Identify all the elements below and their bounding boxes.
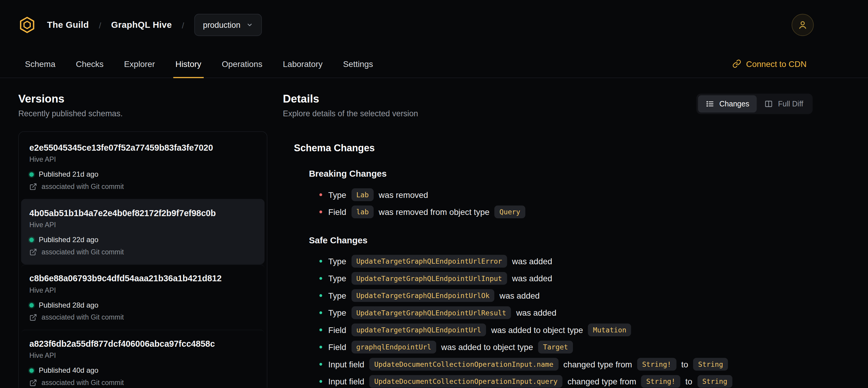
published-dot-icon bbox=[29, 368, 34, 373]
tab-checks[interactable]: Checks bbox=[74, 50, 106, 78]
user-avatar-button[interactable] bbox=[792, 14, 814, 36]
tab-history[interactable]: History bbox=[173, 50, 204, 78]
change-text: Type bbox=[328, 274, 346, 283]
git-commit-link-icon bbox=[29, 183, 37, 191]
change-text: was added bbox=[499, 291, 539, 300]
version-card[interactable]: 4b05ab51b1b4a7e2e4b0ef82172f2b9f7ef98c0b… bbox=[21, 199, 265, 264]
change-text: Field bbox=[328, 325, 346, 335]
change-text: Input field bbox=[328, 360, 364, 369]
list-icon bbox=[706, 100, 714, 108]
version-hash: 4b05ab51b1b4a7e2e4b0ef82172f2b9f7ef98c0b bbox=[29, 208, 256, 218]
details-title: Details bbox=[283, 93, 418, 106]
version-published: Published 22d ago bbox=[39, 236, 99, 244]
version-card[interactable]: a823f6db2a55df877dcf406006abca97fcc4858c… bbox=[21, 330, 265, 388]
change-text: was added bbox=[516, 308, 556, 318]
change-text: was added bbox=[512, 274, 552, 283]
change-item: TypeUpdateTargetGraphQLEndpointUrlInputw… bbox=[319, 270, 812, 287]
change-text: to bbox=[685, 377, 692, 386]
bullet-icon bbox=[319, 380, 322, 383]
change-text: changed type from bbox=[567, 377, 636, 386]
breadcrumb-org[interactable]: The Guild bbox=[47, 20, 89, 30]
change-code-chip: String! bbox=[641, 375, 680, 388]
version-card[interactable]: e2e55045345ce13fe07f52a77459b83fa3fe7020… bbox=[21, 134, 265, 199]
main-content: Versions Recently published schemas. e2e… bbox=[0, 78, 868, 388]
change-group: Breaking ChangesTypeLabwas removedFieldl… bbox=[294, 169, 813, 220]
nav-tabs: SchemaChecksExplorerHistoryOperationsLab… bbox=[23, 50, 391, 78]
version-git-commit: associated with Git commit bbox=[41, 248, 124, 256]
version-hash: a823f6db2a55df877dcf406006abca97fcc4858c bbox=[29, 339, 256, 349]
change-code-chip: updateTargetGraphQLEndpointUrl bbox=[351, 323, 486, 336]
change-text: Input field bbox=[328, 377, 364, 386]
change-item: FieldgraphqlEndpointUrlwas added to obje… bbox=[319, 338, 812, 355]
hive-logo-icon bbox=[18, 16, 36, 34]
nav-bar: SchemaChecksExplorerHistoryOperationsLab… bbox=[0, 50, 868, 78]
change-code-chip: graphqlEndpointUrl bbox=[351, 341, 436, 354]
change-item: Fieldlabwas removed from object typeQuer… bbox=[319, 203, 812, 220]
version-service: Hive API bbox=[29, 221, 256, 229]
change-text: was added to object type bbox=[441, 342, 533, 352]
bullet-icon bbox=[319, 193, 322, 196]
change-item: TypeUpdateTargetGraphQLEndpointUrlResult… bbox=[319, 304, 812, 321]
change-code-chip: Mutation bbox=[588, 323, 631, 336]
published-dot-icon bbox=[29, 237, 34, 242]
tab-operations[interactable]: Operations bbox=[220, 50, 265, 78]
bullet-icon bbox=[319, 346, 322, 348]
change-code-chip: String! bbox=[637, 358, 676, 371]
changes-view-button[interactable]: Changes bbox=[699, 95, 757, 112]
change-code-chip: String bbox=[693, 358, 728, 371]
details-panel: Details Explore details of the selected … bbox=[283, 93, 813, 388]
change-code-chip: UpdateDocumentCollectionOperationInput.n… bbox=[369, 358, 558, 371]
change-group-title: Breaking Changes bbox=[309, 169, 813, 179]
change-groups: Breaking ChangesTypeLabwas removedFieldl… bbox=[294, 169, 813, 388]
columns-icon bbox=[765, 100, 773, 108]
tab-laboratory[interactable]: Laboratory bbox=[281, 50, 325, 78]
change-text: Field bbox=[328, 342, 346, 352]
change-code-chip: UpdateTargetGraphQLEndpointUrlError bbox=[351, 255, 507, 268]
version-published: Published 40d ago bbox=[39, 366, 99, 375]
bullet-icon bbox=[319, 277, 322, 280]
app-window: The Guild / GraphQL Hive / production Sc… bbox=[0, 0, 868, 388]
change-item: Input fieldUpdateDocumentCollectionOpera… bbox=[319, 356, 812, 373]
version-card[interactable]: c8b6e88a06793b9c4dfd54aaa21b36a1b421d812… bbox=[21, 264, 265, 330]
git-commit-link-icon bbox=[29, 379, 37, 387]
change-group-title: Safe Changes bbox=[309, 236, 813, 245]
change-text: was removed bbox=[379, 190, 428, 200]
change-item: TypeUpdateTargetGraphQLEndpointUrlErrorw… bbox=[319, 252, 812, 270]
versions-subtitle: Recently published schemas. bbox=[18, 109, 267, 118]
change-text: changed type from bbox=[563, 360, 632, 369]
tab-explorer[interactable]: Explorer bbox=[122, 50, 157, 78]
published-dot-icon bbox=[29, 172, 34, 176]
details-title-block: Details Explore details of the selected … bbox=[283, 93, 418, 118]
chevron-down-icon bbox=[246, 22, 253, 28]
connect-to-cdn-button[interactable]: Connect to CDN bbox=[733, 59, 807, 68]
full-diff-view-button[interactable]: Full Diff bbox=[757, 95, 811, 112]
version-service: Hive API bbox=[29, 156, 256, 163]
tab-settings[interactable]: Settings bbox=[341, 50, 375, 78]
versions-title: Versions bbox=[18, 93, 267, 106]
change-code-chip: Lab bbox=[351, 188, 374, 201]
change-text: was added to object type bbox=[491, 325, 583, 335]
version-list: e2e55045345ce13fe07f52a77459b83fa3fe7020… bbox=[18, 131, 267, 388]
change-text: Type bbox=[328, 257, 346, 266]
target-selector-dropdown[interactable]: production bbox=[194, 14, 262, 36]
change-code-chip: Query bbox=[494, 206, 525, 218]
changes-view-label: Changes bbox=[719, 100, 749, 108]
versions-panel: Versions Recently published schemas. e2e… bbox=[18, 93, 267, 388]
git-commit-link-icon bbox=[29, 248, 37, 256]
bullet-icon bbox=[319, 294, 322, 297]
change-text: was added bbox=[512, 257, 552, 266]
change-code-chip: UpdateDocumentCollectionOperationInput.q… bbox=[369, 375, 562, 388]
bullet-icon bbox=[319, 363, 322, 365]
breadcrumb-project[interactable]: GraphQL Hive bbox=[111, 20, 172, 30]
tab-schema[interactable]: Schema bbox=[23, 50, 58, 78]
full-diff-view-label: Full Diff bbox=[778, 100, 803, 108]
version-hash: e2e55045345ce13fe07f52a77459b83fa3fe7020 bbox=[29, 143, 256, 153]
version-git-commit: associated with Git commit bbox=[41, 314, 124, 321]
published-dot-icon bbox=[29, 303, 34, 307]
version-service: Hive API bbox=[29, 287, 256, 294]
change-item: FieldupdateTargetGraphQLEndpointUrlwas a… bbox=[319, 321, 812, 338]
version-service: Hive API bbox=[29, 352, 256, 360]
details-subtitle: Explore details of the selected version bbox=[283, 109, 418, 118]
user-icon bbox=[798, 20, 808, 30]
change-item: TypeUpdateTargetGraphQLEndpointUrlOkwas … bbox=[319, 287, 812, 304]
